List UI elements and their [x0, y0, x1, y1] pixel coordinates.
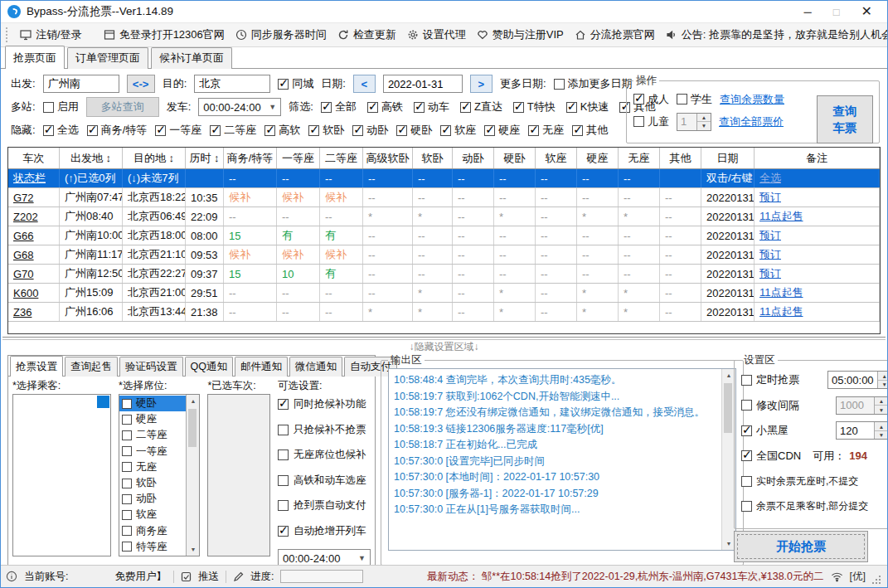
column-header[interactable]: 历时 ↕: [186, 148, 224, 168]
train-cell[interactable]: G66: [8, 226, 60, 245]
settings-tab-QQ通知[interactable]: QQ通知: [185, 357, 233, 377]
depart-time-select[interactable]: 00:00-24:00 ▼: [198, 98, 281, 116]
multi-enable-checkbox[interactable]: [43, 102, 54, 113]
toolbar-item-sponsor-vip[interactable]: 赞助与注册VIP: [477, 27, 564, 42]
close-button[interactable]: ✕: [861, 5, 872, 18]
seat-option[interactable]: 软座: [119, 507, 186, 522]
seat-option-checkbox[interactable]: [122, 399, 132, 409]
note-link[interactable]: 预订: [755, 188, 880, 207]
grab-option[interactable]: 抢到票自动支付: [278, 498, 371, 513]
column-header[interactable]: 商务/特等: [224, 148, 277, 168]
seat-option[interactable]: 一等座: [119, 444, 186, 459]
train-cell[interactable]: Z36: [8, 303, 60, 321]
child-checkbox[interactable]: [633, 116, 644, 127]
note-link-text[interactable]: 预订: [759, 190, 781, 205]
minimize-button[interactable]: ─: [804, 7, 812, 17]
prev-date-button[interactable]: <: [353, 75, 376, 93]
table-row[interactable]: G72广州南07:47北京西18:2210:35候补候补候补----------…: [8, 188, 880, 207]
same-city-checkbox[interactable]: [278, 79, 289, 90]
seat-option-checkbox[interactable]: [122, 446, 132, 456]
settings-tab-查询起售[interactable]: 查询起售: [65, 357, 118, 377]
grab-option-checkbox[interactable]: [278, 500, 289, 511]
grab-option[interactable]: 高铁和动车选座: [278, 474, 371, 488]
dest-input[interactable]: [194, 75, 270, 93]
settings-tab-微信通知[interactable]: 微信通知: [289, 357, 342, 377]
hide-seat-filter-checkbox[interactable]: [484, 125, 495, 136]
scroll-thumb[interactable]: [724, 383, 732, 433]
add-more-dates-checkbox[interactable]: [554, 79, 565, 90]
note-link[interactable]: 11点起售: [755, 284, 880, 302]
seat-option-checkbox[interactable]: [122, 415, 132, 425]
note-link[interactable]: 预订: [755, 226, 880, 245]
column-header[interactable]: 日期: [701, 148, 755, 168]
table-row[interactable]: K600广州15:09北京西21:0029:51--------*--*--**…: [8, 284, 880, 303]
train-cell[interactable]: G70: [8, 265, 60, 283]
train-cell[interactable]: Z202: [8, 207, 60, 226]
train-type-filter-checkbox[interactable]: [321, 102, 332, 113]
seat-option-checkbox[interactable]: [122, 542, 132, 552]
blacklist-room-checkbox[interactable]: [741, 425, 752, 436]
seat-option-checkbox[interactable]: [122, 462, 132, 472]
seat-option[interactable]: 硬卧: [119, 396, 186, 411]
spin-down-icon[interactable]: ▼: [875, 431, 888, 440]
hide-settings-divider[interactable]: ↓隐藏设置区域↓: [1, 340, 887, 353]
train-type-filter-checkbox[interactable]: [513, 102, 524, 113]
partial-submit-checkbox[interactable]: [741, 501, 752, 512]
spin-up-icon[interactable]: ▲: [878, 372, 888, 381]
swap-stations-button[interactable]: <->: [127, 75, 155, 93]
note-link-text[interactable]: 全选: [759, 171, 781, 186]
resize-grip[interactable]: [872, 576, 882, 587]
table-row[interactable]: G66广州南10:00北京西18:0008:0015有有------------…: [8, 226, 880, 245]
no-seat-no-submit-checkbox[interactable]: [741, 476, 752, 487]
scroll-down-icon[interactable]: ▼: [187, 543, 199, 556]
toolbar-item-check-update[interactable]: 检查更新: [337, 27, 396, 42]
grab-option[interactable]: 自动抢增开列车: [278, 524, 371, 538]
table-row[interactable]: Z36广州16:06北京西13:4421:38------**--*--**--…: [8, 303, 880, 322]
toolbar-item-logout-login[interactable]: 注销/登录: [20, 27, 82, 42]
hide-seat-filter-checkbox[interactable]: [352, 125, 363, 136]
train-cell[interactable]: G72: [8, 188, 60, 207]
seat-scrollbar[interactable]: ▲ ▼: [186, 395, 199, 556]
column-header[interactable]: 硬卧: [494, 148, 536, 168]
modify-interval-checkbox[interactable]: [741, 400, 752, 411]
column-header[interactable]: 软座: [536, 148, 577, 168]
next-date-button[interactable]: >: [470, 75, 493, 93]
grab-option[interactable]: 同时抢候补功能: [278, 397, 371, 411]
settings-tab-邮件通知[interactable]: 邮件通知: [235, 357, 288, 377]
modify-interval-spinner[interactable]: 1000 ▲▼: [836, 396, 888, 415]
toolbar-grip[interactable]: [6, 27, 7, 42]
grab-option-checkbox[interactable]: [278, 399, 289, 410]
timed-grab-checkbox[interactable]: [741, 375, 752, 386]
train-cell[interactable]: K600: [8, 284, 60, 302]
note-link-text[interactable]: 预订: [759, 228, 781, 243]
note-link[interactable]: 11点起售: [755, 207, 880, 226]
seat-option[interactable]: 动卧: [119, 491, 186, 507]
hide-seat-filter-checkbox[interactable]: [155, 125, 166, 136]
table-row[interactable]: G70广州南12:50北京西22:2709:371510有-----------…: [8, 265, 880, 284]
query-remaining-tickets-link[interactable]: 查询余票数量: [720, 92, 784, 107]
scroll-up-icon[interactable]: ▲: [187, 395, 199, 407]
timed-grab-time-spinner[interactable]: 05:00:00 ▲▼: [827, 371, 888, 389]
adult-checkbox[interactable]: [633, 94, 644, 104]
grab-option-checkbox[interactable]: [278, 475, 289, 486]
seat-option[interactable]: 二等座: [119, 427, 186, 443]
note-link[interactable]: 预订: [755, 265, 880, 283]
output-log[interactable]: 10:58:48:4 查询完毕，本次查询共用时:435毫秒。10:58:19:7…: [388, 368, 736, 551]
column-header[interactable]: 软卧: [413, 148, 453, 168]
seat-option-checkbox[interactable]: [122, 430, 132, 440]
toolbar-item-official-site[interactable]: 分流抢票官网: [575, 27, 655, 42]
table-row[interactable]: G68广州南11:17北京西21:1009:53候补候补候补----------…: [8, 245, 880, 265]
spin-down-icon[interactable]: ▼: [697, 122, 711, 130]
passenger-listbox[interactable]: [12, 394, 111, 556]
spin-up-icon[interactable]: ▲: [875, 397, 888, 406]
settings-tab-抢票设置[interactable]: 抢票设置: [10, 356, 63, 377]
hide-seat-filter-checkbox[interactable]: [396, 125, 407, 136]
depart-input[interactable]: [43, 75, 119, 93]
multi-station-query-button[interactable]: 多站查询: [86, 97, 159, 117]
note-link-text[interactable]: 11点起售: [759, 285, 803, 300]
column-header[interactable]: 无座: [619, 148, 660, 168]
note-link[interactable]: 11点起售: [755, 303, 880, 321]
grab-option[interactable]: 只抢候补不抢票: [278, 423, 371, 437]
seat-option[interactable]: 商务座: [119, 523, 186, 539]
selected-trains-listbox[interactable]: [207, 394, 270, 556]
